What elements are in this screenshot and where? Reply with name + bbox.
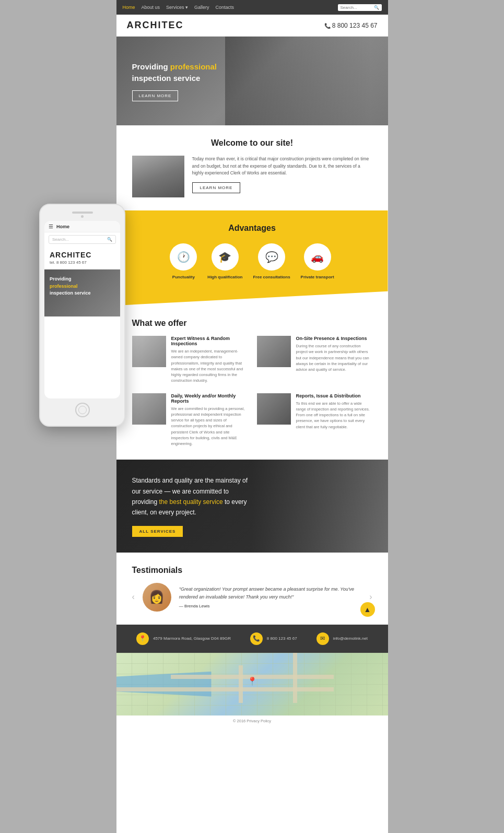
all-services-button[interactable]: ALL SERVICES [132, 526, 183, 537]
phone-nav-label: Home [56, 224, 69, 229]
footer-email: info@demolink.net [333, 636, 368, 641]
phone-search-placeholder: Search... [52, 237, 69, 242]
transport-icon: 🚗 [304, 243, 331, 271]
nav-home[interactable]: Home [123, 5, 135, 10]
welcome-inner: Today more than ever, it is critical tha… [132, 156, 372, 197]
phone-camera [81, 215, 84, 218]
page-background: ☰ Home Search... 🔍 ARCHITEC tel. 8 800 1… [0, 0, 504, 833]
nav-contacts[interactable]: Contacts [216, 5, 235, 10]
offer-content-4: Reports, Issue & Distribution To this en… [296, 393, 372, 447]
phone-logo: ARCHITEC [50, 251, 115, 259]
phone-search-icon: 🔍 [107, 237, 112, 242]
phone-search-field[interactable]: Search... 🔍 [49, 235, 116, 244]
offer-title-1: Expert Witness & Random Inspections [171, 336, 248, 346]
offer-item-4: Reports, Issue & Distribution To this en… [257, 393, 372, 447]
hero-text-plain: Providing [132, 62, 170, 71]
site-logo: ARCHITEC [127, 20, 184, 31]
scroll-top-button[interactable]: ▲ [360, 602, 375, 617]
footer-phone: 8 800 123 45 67 [267, 636, 297, 641]
hero-section: Providing professional inspection servic… [116, 37, 388, 125]
footer-address: 4579 Marmora Road, Glasgow D04 89GR [153, 636, 231, 641]
offer-content-1: Expert Witness & Random Inspections We a… [171, 336, 248, 384]
nav-services[interactable]: Services ▾ [166, 5, 188, 10]
phone-home-button[interactable] [75, 403, 90, 417]
phone-hero-line1: Providing [50, 276, 72, 281]
welcome-title: Welcome to our site! [132, 138, 372, 148]
transport-label: Private transport [301, 275, 334, 279]
offer-img-inner-2 [257, 336, 291, 367]
nav-gallery[interactable]: Gallery [194, 5, 209, 10]
offer-section: What we offer Expert Witness & Random In… [116, 306, 388, 460]
site-header: ARCHITEC 8 800 123 45 67 [116, 15, 388, 37]
footer-email-item: ✉ info@demolink.net [317, 632, 368, 645]
hero-text-highlight: professional [170, 62, 217, 71]
quality-banner: Standards and quality are the mainstay o… [116, 460, 388, 553]
footer: 📍 4579 Marmora Road, Glasgow D04 89GR 📞 … [116, 625, 388, 653]
welcome-section: Welcome to our site! Today more than eve… [116, 125, 388, 210]
phone-logo-section: ARCHITEC tel. 8 800 123 45 67 [44, 247, 120, 269]
phone-hero-text: Providing professional inspection servic… [50, 276, 115, 297]
offer-image-2 [257, 336, 291, 367]
phone-hero-highlight: professional [50, 284, 78, 289]
offer-content-3: Daily, Weekly and/or Monthly Reports We … [171, 393, 248, 447]
welcome-learn-more-button[interactable]: LEARN MORE [192, 182, 241, 193]
hero-content: Providing professional inspection servic… [116, 61, 233, 101]
offer-item-1: Expert Witness & Random Inspections We a… [132, 336, 248, 384]
welcome-image [132, 156, 184, 197]
navbar: Home About us Services ▾ Gallery Contact… [116, 0, 388, 15]
consultations-icon: 💬 [258, 243, 285, 271]
offer-text-3: We are committed to providing a personal… [171, 406, 248, 447]
map-pin: 📍 [247, 676, 257, 686]
advantages-section: Advantages 🕐 Punctuality 🎓 High qualific… [116, 210, 388, 306]
punctuality-icon: 🕐 [170, 243, 197, 271]
nav-links: Home About us Services ▾ Gallery Contact… [123, 5, 235, 10]
qualification-label: High qualification [207, 275, 242, 279]
consultations-label: Free consultations [253, 275, 290, 279]
nav-about[interactable]: About us [142, 5, 160, 10]
offer-img-inner-4 [257, 393, 291, 425]
footer-phone-item: 📞 8 800 123 45 67 [250, 632, 297, 645]
advantages-grid: 🕐 Punctuality 🎓 High qualification 💬 Fre… [127, 243, 378, 279]
testimonials-title: Testimonials [132, 566, 372, 575]
hero-text-line2: inspection service [132, 74, 201, 83]
offer-title: What we offer [132, 319, 372, 328]
welcome-text-block: Today more than ever, it is critical tha… [192, 156, 372, 197]
footer-address-item: 📍 4579 Marmora Road, Glasgow D04 89GR [136, 632, 231, 645]
email-icon: ✉ [317, 632, 329, 645]
search-input[interactable] [341, 5, 372, 10]
phone-menu-icon: ☰ [49, 224, 53, 229]
quality-highlight: the best quality service [159, 498, 223, 506]
map-section: 📍 [116, 653, 388, 715]
map-road-h2 [116, 687, 334, 691]
offer-image-3 [132, 393, 166, 425]
phone-search-bar: Search... 🔍 [44, 232, 120, 247]
nav-search[interactable]: 🔍 [338, 4, 382, 11]
offer-item-2: On-Site Presence & Inspections During th… [257, 336, 372, 384]
qualification-icon: 🎓 [212, 243, 239, 271]
testimonial-next-arrow[interactable]: › [369, 592, 372, 602]
map-road-v2 [293, 653, 297, 703]
testimonial-avatar: 👩 [143, 583, 171, 612]
offer-title-2: On-Site Presence & Inspections [296, 336, 372, 341]
testimonials-section: Testimonials ‹ 👩 "Great organization! Yo… [116, 553, 388, 625]
testimonial-content: "Great organization! Your prompt answer … [179, 585, 361, 608]
advantage-qualification: 🎓 High qualification [207, 243, 242, 279]
search-icon: 🔍 [374, 5, 379, 10]
advantage-punctuality: 🕐 Punctuality [170, 243, 197, 279]
punctuality-label: Punctuality [172, 275, 195, 279]
welcome-image-inner [132, 156, 184, 197]
testimonial-author: — Brenda Lewis [179, 604, 361, 608]
offer-img-inner-3 [132, 393, 166, 425]
advantage-transport: 🚗 Private transport [301, 243, 334, 279]
hero-title: Providing professional inspection servic… [132, 61, 217, 85]
hero-learn-more-button[interactable]: LEARN MORE [132, 90, 179, 101]
testimonial-quote: "Great organization! Your prompt answer … [179, 585, 361, 601]
phone-navbar: ☰ Home [44, 221, 120, 232]
phone-hero: Providing professional inspection servic… [44, 269, 120, 316]
offer-grid: Expert Witness & Random Inspections We a… [132, 336, 372, 447]
map-road-v1 [239, 665, 243, 703]
offer-image-1 [132, 336, 166, 367]
testimonial-prev-arrow[interactable]: ‹ [132, 592, 135, 602]
offer-img-inner-1 [132, 336, 166, 367]
hero-person-image [225, 37, 388, 125]
